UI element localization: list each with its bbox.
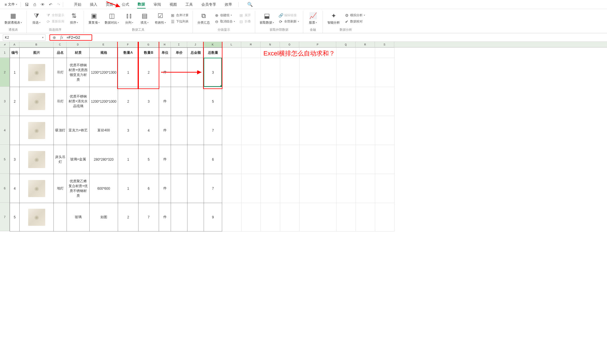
cell[interactable]: [187, 58, 204, 87]
cell[interactable]: [187, 174, 204, 203]
cell[interactable]: 1: [118, 145, 139, 174]
cell[interactable]: ◉: [20, 87, 54, 116]
cell[interactable]: 2: [139, 58, 159, 87]
cell[interactable]: 优质不锈钢材质+优质西顿亚克力材质: [67, 58, 90, 87]
column-header-Q[interactable]: Q: [336, 42, 356, 47]
header-cell[interactable]: 总数量: [204, 48, 222, 58]
row-header-4[interactable]: 4: [0, 116, 10, 145]
consolidate-button[interactable]: ⊞合并计算: [169, 13, 190, 18]
cell[interactable]: 600*600: [90, 174, 118, 203]
cell[interactable]: 1: [118, 174, 139, 203]
row-header-6[interactable]: 6: [0, 174, 10, 203]
ungroup-button[interactable]: ⊖取消组合▾: [213, 19, 236, 24]
cell[interactable]: 1200*1200*1000: [90, 87, 118, 116]
column-header-D[interactable]: D: [67, 42, 89, 47]
cell[interactable]: 件: [159, 203, 171, 231]
tab-开始[interactable]: 开始: [73, 1, 82, 8]
column-header-N[interactable]: N: [261, 42, 280, 47]
cell[interactable]: 优质不锈钢材质+清光水晶琉璃: [67, 87, 90, 116]
column-header-H[interactable]: H: [159, 42, 171, 47]
cell[interactable]: 吊灯: [54, 58, 67, 87]
cell[interactable]: 直径400: [90, 116, 118, 145]
cell[interactable]: ◉: [20, 174, 54, 203]
row-header-5[interactable]: 5: [0, 145, 10, 174]
edit-links-button[interactable]: 🔗编辑链接: [277, 13, 300, 18]
cell[interactable]: 件: [159, 58, 171, 87]
tab-视图[interactable]: 视图: [169, 1, 177, 8]
cell[interactable]: 吊灯: [54, 87, 67, 116]
sort-button[interactable]: ⇅ 排序▾: [67, 11, 81, 26]
stock-button[interactable]: 📈股票▾: [306, 11, 320, 26]
cell[interactable]: [54, 203, 67, 231]
column-header-M[interactable]: M: [241, 42, 261, 47]
cell[interactable]: 地灯: [54, 174, 67, 203]
cell[interactable]: [10, 116, 20, 145]
tab-工具[interactable]: 工具: [185, 1, 193, 8]
column-header-I[interactable]: I: [171, 42, 187, 47]
cell[interactable]: 如图: [90, 203, 118, 231]
cell[interactable]: 4: [139, 116, 159, 145]
cell[interactable]: 亚克力+铁艺: [67, 116, 90, 145]
refresh-all-button[interactable]: ⟳全部刷新▾: [277, 19, 300, 24]
duplicates-button[interactable]: ▣重复项▾: [87, 11, 101, 26]
dropdown-list-button[interactable]: ☰下拉列表: [169, 19, 190, 24]
cell[interactable]: [171, 174, 187, 203]
header-cell[interactable]: 数量A: [118, 48, 139, 58]
header-cell[interactable]: 编号: [10, 48, 20, 58]
cell[interactable]: 3: [118, 116, 139, 145]
print-preview-icon[interactable]: 👁: [40, 2, 45, 7]
save-icon[interactable]: 🖫: [24, 2, 29, 7]
cell[interactable]: 4: [10, 174, 20, 203]
cell[interactable]: 2: [118, 203, 139, 231]
column-header-C[interactable]: C: [53, 42, 67, 47]
cell[interactable]: 玻璃+金属: [67, 145, 90, 174]
column-header-S[interactable]: S: [375, 42, 394, 47]
header-cell[interactable]: 单价: [171, 48, 187, 58]
get-data-button[interactable]: ⬓获取数据▾: [258, 11, 276, 26]
header-cell[interactable]: 材质: [67, 48, 90, 58]
file-menu-button[interactable]: ≡ 文件 ▾: [3, 1, 19, 8]
cell[interactable]: ◉: [20, 58, 54, 87]
header-cell[interactable]: 规格: [90, 48, 118, 58]
column-header-F[interactable]: F: [118, 42, 138, 47]
column-header-E[interactable]: E: [89, 42, 118, 47]
tab-审阅[interactable]: 审阅: [153, 1, 162, 8]
cell[interactable]: 6: [204, 145, 222, 174]
cell[interactable]: [171, 145, 187, 174]
cell[interactable]: [187, 203, 204, 231]
data-compare-button[interactable]: ◫数据对比▾: [103, 11, 121, 26]
tab-数据[interactable]: 数据: [137, 1, 146, 9]
header-cell[interactable]: 数量B: [139, 48, 159, 58]
pivot-table-button[interactable]: ▦ 数据透视表▾: [3, 11, 24, 26]
search-icon[interactable]: 🔍: [247, 2, 253, 7]
column-header-O[interactable]: O: [280, 42, 299, 47]
cell[interactable]: 3: [10, 145, 20, 174]
cell[interactable]: 优质聚乙烯复合材质+优质不锈钢材质: [67, 174, 90, 203]
cell[interactable]: 玻璃: [67, 203, 90, 231]
row-header-7[interactable]: 7: [0, 203, 10, 231]
undo-icon[interactable]: ↶: [48, 2, 53, 7]
row-header-3[interactable]: 3: [0, 87, 10, 116]
cell[interactable]: 9: [204, 203, 222, 231]
cell[interactable]: 床头吊灯: [54, 145, 67, 174]
fx-icon[interactable]: fx: [59, 35, 64, 40]
formula-input[interactable]: [67, 35, 89, 40]
create-group-button[interactable]: ⊕创建组▾: [213, 13, 236, 18]
cell[interactable]: [171, 116, 187, 145]
header-cell[interactable]: 图片: [20, 48, 54, 58]
cell[interactable]: 5: [139, 145, 159, 174]
tab-插入[interactable]: 插入: [89, 1, 98, 8]
column-header-A[interactable]: A: [10, 42, 19, 47]
data-verify-button[interactable]: ✔数据校对: [343, 19, 366, 24]
cell[interactable]: ◉: [20, 203, 54, 231]
cell[interactable]: 件: [159, 174, 171, 203]
column-header-K[interactable]: K: [204, 42, 222, 47]
cell[interactable]: 3: [139, 87, 159, 116]
cell[interactable]: 7: [204, 174, 222, 203]
cell[interactable]: 件: [159, 87, 171, 116]
column-header-G[interactable]: G: [138, 42, 159, 47]
reapply-button[interactable]: ⟳重新应用: [45, 19, 65, 24]
simulate-analysis-button[interactable]: ⚙模拟分析▾: [343, 13, 366, 18]
header-cell[interactable]: 单位: [159, 48, 171, 58]
cell[interactable]: 7: [139, 203, 159, 231]
